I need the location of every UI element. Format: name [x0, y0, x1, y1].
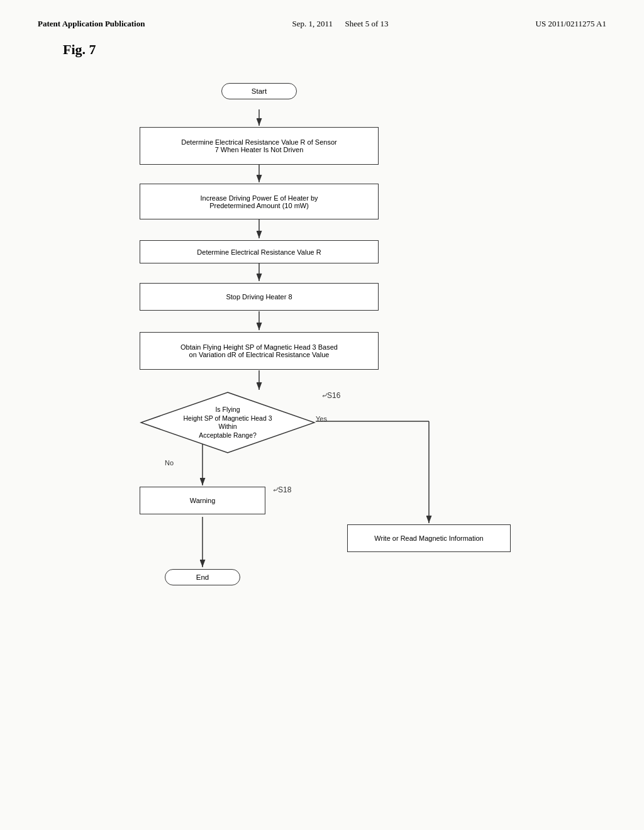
- node-s16: Is FlyingHeight SP of Magnetic Head 3 Wi…: [140, 391, 316, 454]
- node-s12: Increase Driving Power E of Heater by Pr…: [140, 184, 379, 219]
- node-s14: Stop Driving Heater 8: [140, 283, 379, 311]
- step-s16-label: ⤶S16: [321, 391, 340, 400]
- page-header: Patent Application Publication Sep. 1, 2…: [38, 19, 606, 29]
- header-sheet: Sheet 5 of 13: [345, 19, 389, 28]
- header-date: Sep. 1, 2011: [292, 19, 333, 28]
- header-left: Patent Application Publication: [38, 19, 145, 29]
- yes-label: Yes: [316, 415, 327, 423]
- header-center: Sep. 1, 2011 Sheet 5 of 13: [292, 19, 389, 29]
- node-s17: Write or Read Magnetic Information: [347, 524, 511, 552]
- node-s15: Obtain Flying Height SP of Magnetic Head…: [140, 332, 379, 370]
- header-right: US 2011/0211275 A1: [536, 19, 606, 29]
- end-node: End: [165, 569, 240, 585]
- figure-label: Fig. 7: [63, 42, 606, 58]
- step-s18-label: ⤶S18: [272, 485, 291, 494]
- page: Patent Application Publication Sep. 1, 2…: [0, 0, 644, 830]
- node-s11: Determine Electrical Resistance Value R …: [140, 127, 379, 165]
- no-label: No: [165, 459, 174, 467]
- start-node: Start: [221, 83, 297, 99]
- node-s18: Warning: [140, 487, 265, 514]
- flowchart: Start ⤶S11 Determine Electrical Resistan…: [102, 70, 542, 668]
- node-s13: Determine Electrical Resistance Value R: [140, 240, 379, 263]
